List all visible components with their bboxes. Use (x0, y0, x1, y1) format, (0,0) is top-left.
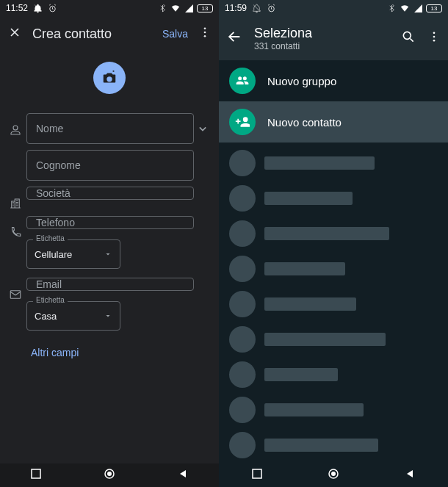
status-bar: 11:59 13 (219, 0, 448, 16)
status-time: 11:52 (6, 3, 28, 13)
avatar (229, 150, 256, 176)
contact-row[interactable] (219, 428, 448, 463)
bluetooth-icon (157, 3, 167, 13)
group-icon (229, 68, 256, 94)
svg-point-10 (433, 32, 436, 34)
svg-rect-4 (10, 291, 21, 299)
email-label-select[interactable]: Etichetta Casa (26, 301, 120, 331)
company-field[interactable]: Società (26, 187, 194, 200)
bell-off-icon (251, 3, 261, 13)
more-icon[interactable] (198, 26, 212, 42)
avatar (229, 361, 256, 388)
nav-back-icon[interactable] (405, 469, 415, 482)
avatar (229, 432, 256, 458)
company-icon (4, 187, 26, 210)
new-contact-label: Nuovo contatto (267, 116, 342, 129)
alarm-icon (47, 3, 57, 13)
nav-home-icon[interactable] (104, 468, 115, 483)
surname-field[interactable]: Cognome (26, 150, 194, 181)
create-contact-screen: 11:52 13 Crea contatto Salva (0, 0, 219, 487)
expand-name-icon[interactable] (194, 121, 212, 136)
nav-recents-icon[interactable] (252, 469, 262, 482)
nav-recents-icon[interactable] (31, 469, 41, 482)
phone-label-value: Cellulare (35, 249, 72, 260)
select-contact-screen: 11:59 13 Seleziona 331 (219, 0, 448, 487)
close-icon[interactable] (7, 25, 22, 43)
first-name-field[interactable]: Nome (26, 113, 194, 144)
avatar (229, 256, 256, 282)
contact-row[interactable] (219, 251, 448, 286)
contact-name-placeholder (264, 262, 345, 275)
contact-name-placeholder (264, 403, 364, 416)
contact-form: Nome Cognome Società (0, 113, 219, 358)
page-title: Crea contatto (32, 26, 162, 42)
signal-icon (184, 3, 194, 13)
battery-icon: 13 (426, 4, 442, 12)
status-time: 11:59 (225, 3, 247, 13)
wifi-icon (400, 3, 410, 13)
add-person-icon (229, 109, 256, 135)
svg-rect-13 (253, 469, 261, 478)
email-label-caption: Etichetta (33, 296, 68, 304)
svg-rect-5 (32, 469, 40, 478)
contact-row[interactable] (219, 357, 448, 392)
contact-row[interactable] (219, 216, 448, 251)
signal-icon (413, 3, 423, 13)
phone-field[interactable]: Telefono (26, 216, 194, 229)
contact-name-placeholder (264, 192, 353, 205)
svg-point-2 (204, 32, 206, 34)
contact-name-placeholder (264, 297, 356, 311)
contact-name-placeholder (264, 368, 338, 381)
back-icon[interactable] (226, 29, 242, 48)
more-fields-link[interactable]: Altri campi (4, 336, 212, 358)
contact-row[interactable] (219, 286, 448, 322)
contact-row[interactable] (219, 392, 448, 428)
battery-icon: 13 (197, 4, 213, 12)
svg-point-9 (403, 32, 411, 39)
page-title: Seleziona (254, 26, 401, 41)
more-icon[interactable] (427, 30, 441, 46)
contact-list[interactable] (219, 143, 448, 463)
svg-point-12 (433, 40, 436, 42)
new-group-label: Nuovo gruppo (267, 75, 336, 87)
bluetooth-icon (386, 3, 397, 13)
contact-row[interactable] (219, 322, 448, 357)
alarm-icon (266, 3, 276, 13)
phone-label-caption: Etichetta (33, 234, 68, 242)
nav-bar (0, 463, 219, 487)
contact-row[interactable] (219, 181, 448, 216)
avatar (229, 397, 256, 423)
email-field[interactable]: Email (26, 278, 194, 291)
bell-off-icon (32, 3, 43, 13)
avatar (229, 326, 256, 353)
search-icon[interactable] (401, 29, 416, 47)
new-contact-row[interactable]: Nuovo contatto (219, 101, 448, 143)
svg-point-7 (107, 472, 112, 476)
status-bar: 11:52 13 (0, 0, 219, 16)
phone-label-select[interactable]: Etichetta Cellulare (26, 239, 120, 269)
contact-name-placeholder (264, 227, 389, 240)
nav-bar (219, 463, 448, 487)
email-icon (4, 278, 26, 301)
nav-back-icon[interactable] (178, 469, 188, 482)
person-icon (4, 113, 26, 137)
contact-name-placeholder (264, 333, 386, 346)
avatar (229, 291, 256, 317)
new-group-row[interactable]: Nuovo gruppo (219, 60, 448, 101)
svg-point-1 (204, 27, 206, 29)
svg-point-11 (433, 36, 436, 38)
email-label-value: Casa (35, 311, 57, 322)
contact-name-placeholder (264, 156, 375, 170)
avatar (229, 220, 256, 247)
save-button[interactable]: Salva (162, 28, 188, 40)
contact-row[interactable] (219, 145, 448, 181)
app-header: Seleziona 331 contatti (219, 16, 448, 60)
avatar (229, 185, 256, 212)
contact-name-placeholder (264, 439, 378, 452)
wifi-icon (170, 3, 181, 13)
phone-icon (4, 216, 26, 239)
svg-point-15 (331, 472, 336, 476)
add-photo-button[interactable] (93, 62, 126, 94)
app-header: Crea contatto Salva (0, 16, 219, 51)
nav-home-icon[interactable] (328, 468, 339, 483)
